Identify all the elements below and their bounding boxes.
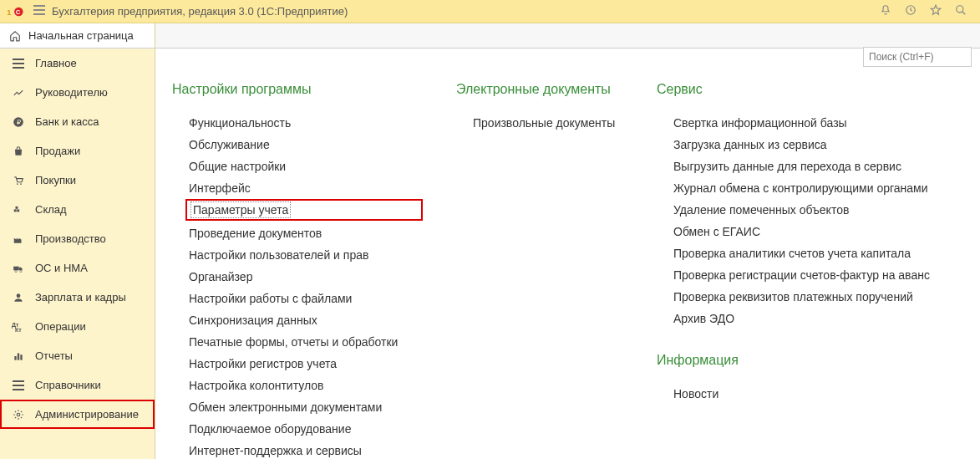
section-title-settings: Настройки программы: [172, 82, 423, 97]
dtkt-icon: ДтКт: [12, 320, 25, 334]
link-delete-marked[interactable]: Удаление помеченных объектов: [657, 199, 963, 221]
svg-rect-28: [13, 385, 24, 386]
bell-icon[interactable]: [880, 4, 891, 18]
link-headers-footers[interactable]: Настройка колонтитулов: [172, 375, 423, 396]
link-file-settings[interactable]: Настройки работы с файлами: [172, 288, 423, 309]
link-organizer[interactable]: Органайзер: [172, 266, 423, 288]
svg-text:₽: ₽: [17, 118, 21, 125]
link-user-rights[interactable]: Настройки пользователей и прав: [172, 244, 423, 266]
sidebar-item-label: Операции: [35, 320, 86, 333]
svg-rect-9: [13, 63, 24, 64]
link-payment-check[interactable]: Проверка реквизитов платежных поручений: [657, 286, 963, 308]
history-icon[interactable]: [905, 4, 917, 18]
link-equipment[interactable]: Подключаемое оборудование: [172, 418, 423, 440]
link-exchange-journal[interactable]: Журнал обмена с контролирующими органами: [657, 177, 963, 199]
section-title-info: Информация: [657, 353, 963, 368]
svg-rect-5: [33, 13, 45, 15]
sidebar-item-assets[interactable]: ОС и НМА: [0, 253, 155, 283]
sidebar-item-label: Производство: [35, 232, 106, 245]
svg-rect-10: [13, 67, 24, 69]
link-news[interactable]: Новости: [657, 383, 963, 405]
sidebar-item-main[interactable]: Главное: [0, 48, 155, 78]
sidebar-item-administration[interactable]: Администрирование: [0, 400, 155, 429]
link-edoc-exchange[interactable]: Обмен электронными документами: [172, 396, 423, 418]
section-title-edoc: Электронные документы: [456, 82, 623, 97]
tabbar: [155, 23, 980, 48]
sidebar-item-warehouse[interactable]: Склад: [0, 195, 155, 224]
link-document-posting[interactable]: Проведение документов: [172, 222, 423, 244]
sidebar-item-directories[interactable]: Справочники: [0, 370, 155, 400]
svg-rect-24: [14, 356, 16, 360]
column-edoc: Электронные документы Произвольные докум…: [456, 82, 623, 442]
svg-rect-17: [16, 206, 18, 208]
sidebar-item-label: Продажи: [35, 145, 80, 157]
search-icon[interactable]: [955, 4, 967, 18]
sidebar-item-label: Руководителю: [35, 86, 108, 99]
link-invoice-check[interactable]: Проверка регистрации счетов-фактур на ав…: [657, 264, 963, 286]
link-maintenance[interactable]: Обслуживание: [172, 134, 423, 156]
titlebar-actions: [880, 4, 973, 18]
svg-rect-25: [18, 353, 19, 360]
sidebar-item-production[interactable]: Производство: [0, 224, 155, 253]
bag-icon: [12, 145, 25, 158]
sidebar-item-label: Отчеты: [35, 349, 73, 362]
sidebar: Начальная страница Главное Руководителю …: [0, 23, 155, 459]
link-register-settings[interactable]: Настройки регистров учета: [172, 353, 423, 375]
link-interface[interactable]: Интерфейс: [172, 177, 423, 199]
home-tab[interactable]: Начальная страница: [0, 23, 155, 48]
svg-text:С: С: [16, 8, 21, 15]
sidebar-item-purchases[interactable]: Покупки: [0, 166, 155, 195]
svg-rect-26: [20, 354, 22, 360]
svg-rect-29: [13, 389, 24, 390]
svg-rect-3: [33, 5, 45, 7]
link-capital-check[interactable]: Проверка аналитики счетов учета капитала: [657, 242, 963, 264]
sidebar-item-label: Склад: [35, 203, 67, 216]
ruble-icon: ₽: [12, 115, 25, 129]
home-tab-label: Начальная страница: [28, 29, 134, 42]
link-db-rollup[interactable]: Свертка информационной базы: [657, 112, 963, 134]
truck-icon: [12, 262, 25, 275]
svg-text:1: 1: [7, 8, 11, 16]
link-functionality[interactable]: Функциональность: [172, 112, 423, 134]
link-data-sync[interactable]: Синхронизация данных: [172, 309, 423, 331]
trend-icon: [12, 86, 25, 99]
sidebar-item-sales[interactable]: Продажи: [0, 136, 155, 166]
star-icon[interactable]: [930, 4, 942, 18]
list-icon: [12, 379, 25, 392]
factory-icon: [12, 232, 25, 246]
svg-rect-8: [13, 59, 24, 60]
link-load-from-service[interactable]: Загрузка данных из сервиса: [657, 134, 963, 156]
sidebar-item-label: Зарплата и кадры: [35, 291, 126, 303]
svg-point-30: [17, 413, 20, 416]
link-print-forms[interactable]: Печатные формы, отчеты и обработки: [172, 331, 423, 353]
link-general-settings[interactable]: Общие настройки: [172, 156, 423, 177]
content: Настройки программы Функциональность Обс…: [155, 48, 980, 459]
sidebar-item-operations[interactable]: ДтКт Операции: [0, 312, 155, 341]
sidebar-item-bank[interactable]: ₽ Банк и касса: [0, 107, 155, 136]
svg-point-21: [17, 293, 21, 298]
hamburger-icon[interactable]: [33, 5, 45, 18]
menu-icon: [12, 57, 25, 70]
titlebar: 1С Бухгалтерия предприятия, редакция 3.0…: [0, 0, 980, 23]
cart-icon: [12, 174, 25, 187]
sidebar-item-reports[interactable]: Отчеты: [0, 341, 155, 370]
link-internet-support[interactable]: Интернет-поддержка и сервисы: [172, 440, 423, 459]
person-icon: [12, 291, 25, 304]
link-egais-exchange[interactable]: Обмен с ЕГАИС: [657, 221, 963, 242]
link-accounting-params[interactable]: Параметры учета: [185, 199, 423, 221]
link-export-to-service[interactable]: Выгрузить данные для перехода в сервис: [657, 156, 963, 177]
sidebar-item-manager[interactable]: Руководителю: [0, 78, 155, 107]
svg-point-13: [17, 183, 18, 185]
svg-rect-18: [13, 266, 18, 270]
svg-rect-16: [17, 209, 19, 212]
section-title-service: Сервис: [657, 82, 963, 97]
sidebar-item-label: ОС и НМА: [35, 262, 88, 274]
app-title: Бухгалтерия предприятия, редакция 3.0 (1…: [52, 5, 880, 18]
link-edo-archive[interactable]: Архив ЭДО: [657, 308, 963, 329]
link-arbitrary-docs[interactable]: Произвольные документы: [456, 112, 623, 134]
svg-point-19: [15, 270, 17, 272]
sidebar-item-salary[interactable]: Зарплата и кадры: [0, 283, 155, 312]
svg-point-7: [957, 6, 963, 13]
svg-point-20: [20, 270, 22, 272]
sidebar-item-label: Банк и касса: [35, 115, 99, 128]
